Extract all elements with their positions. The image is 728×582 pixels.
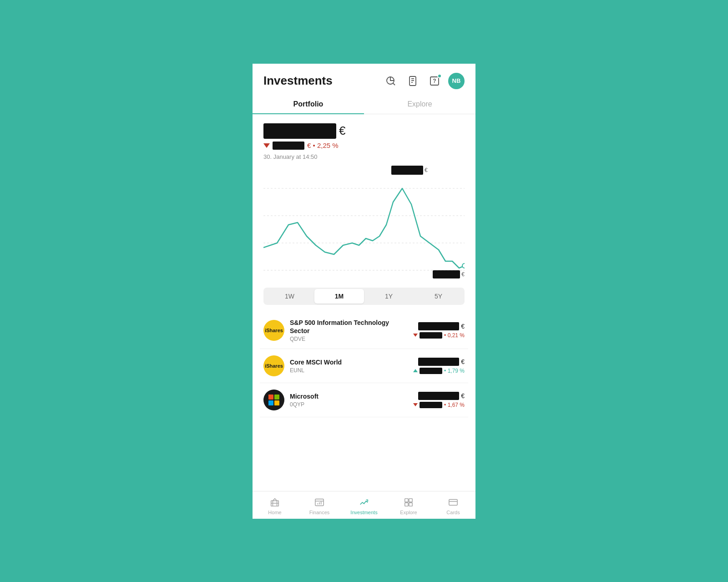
notification-dot <box>437 74 442 78</box>
amount-redacted-1 <box>418 322 459 330</box>
change-redacted-3 <box>420 402 442 408</box>
svg-rect-24 <box>449 499 457 505</box>
nav-investments-label: Investments <box>350 510 377 515</box>
amount-currency-3: € <box>461 392 465 400</box>
holding-value-1: € • 0,21 % <box>413 322 465 339</box>
svg-rect-22 <box>405 502 408 506</box>
holding-logo-ishares-2: iShares <box>263 355 284 376</box>
svg-text:?: ? <box>433 78 436 84</box>
chart-icon-button[interactable] <box>383 73 399 89</box>
portfolio-main-value: € <box>263 123 465 139</box>
holding-info-1: S&P 500 Information Technology Sector QD… <box>290 319 408 342</box>
timestamp: 30. January at 14:50 <box>263 153 465 160</box>
change-value-redacted <box>273 142 304 150</box>
holding-logo-microsoft <box>263 390 284 410</box>
holding-logo-ishares-1: iShares <box>263 320 284 341</box>
holding-name-1: S&P 500 Information Technology Sector <box>290 319 408 335</box>
holding-value-3: € • 1,67 % <box>413 392 465 408</box>
holding-name-2: Core MSCI World <box>290 358 408 366</box>
time-period-selector: 1W 1M 1Y 5Y <box>263 288 465 305</box>
svg-rect-20 <box>405 498 408 501</box>
holding-change-2: • 1,79 % <box>413 368 465 374</box>
ishares-label-2: iShares <box>265 363 283 369</box>
down-triangle-icon <box>263 143 270 148</box>
amount-currency-2: € <box>461 358 465 365</box>
holding-ticker-2: EUNL <box>290 367 408 374</box>
amount-redacted-3 <box>418 392 459 400</box>
app-container: Investments ? <box>253 64 475 519</box>
time-btn-1y[interactable]: 1Y <box>364 289 414 304</box>
change-redacted-1 <box>420 332 442 339</box>
time-btn-1m[interactable]: 1M <box>314 289 364 304</box>
ishares-label: iShares <box>265 328 283 333</box>
holding-item[interactable]: iShares Core MSCI World EUNL € • 1,79 % <box>260 349 468 383</box>
change-pct-1: • 0,21 % <box>444 332 465 339</box>
svg-rect-21 <box>409 498 412 501</box>
holding-amount-2: € <box>413 358 465 366</box>
portfolio-change: € • 2,25 % <box>263 142 465 150</box>
cards-icon <box>448 497 459 508</box>
nav-finances[interactable]: Finances <box>297 495 342 517</box>
svg-rect-0 <box>410 76 416 86</box>
nav-cards-label: Cards <box>446 510 460 515</box>
chart-tooltip-bottom: € <box>433 270 465 278</box>
chart-tooltip-currency: € <box>425 167 428 173</box>
svg-rect-23 <box>409 502 412 506</box>
home-icon <box>269 497 280 508</box>
amount-currency-1: € <box>461 323 465 330</box>
nav-finances-label: Finances <box>309 510 330 515</box>
holding-amount-1: € <box>413 322 465 330</box>
holding-value-2: € • 1,79 % <box>413 358 465 374</box>
svg-point-10 <box>462 263 465 268</box>
nav-explore[interactable]: Explore <box>386 495 431 517</box>
content-area: € € • 2,25 % 30. January at 14:50 € <box>253 114 475 491</box>
down-icon-1 <box>413 334 418 337</box>
chart-tooltip-value <box>391 166 423 175</box>
down-icon-3 <box>413 403 418 406</box>
bottom-nav: Home Finances Investments <box>253 491 475 519</box>
holding-info-3: Microsoft 0QYP <box>290 392 408 408</box>
tabs: Portfolio Explore <box>253 95 475 114</box>
explore-icon <box>403 497 414 508</box>
holding-item[interactable]: Microsoft 0QYP € • 1,67 % <box>260 383 468 417</box>
holding-ticker-1: QDVE <box>290 336 408 342</box>
nav-home[interactable]: Home <box>253 495 297 517</box>
chart-tooltip-bottom-currency: € <box>461 271 465 278</box>
portfolio-chart <box>263 166 465 284</box>
tab-portfolio[interactable]: Portfolio <box>253 95 364 114</box>
help-icon-button[interactable]: ? <box>426 73 443 89</box>
header: Investments ? <box>253 64 475 95</box>
currency-symbol: € <box>339 124 345 138</box>
up-icon-2 <box>413 369 418 372</box>
chart-container: € € <box>253 166 475 284</box>
microsoft-logo <box>268 395 279 405</box>
holding-ticker-3: 0QYP <box>290 401 408 408</box>
nav-investments[interactable]: Investments <box>342 495 386 517</box>
finances-icon <box>314 497 325 508</box>
amount-redacted-2 <box>418 358 459 366</box>
holding-change-1: • 0,21 % <box>413 332 465 339</box>
nav-cards[interactable]: Cards <box>431 495 475 517</box>
tab-explore[interactable]: Explore <box>364 95 475 114</box>
time-btn-5y[interactable]: 5Y <box>414 289 463 304</box>
nav-home-label: Home <box>268 510 281 515</box>
chart-tooltip-top: € <box>391 166 428 175</box>
change-pct-3: • 1,67 % <box>444 402 465 408</box>
nav-explore-label: Explore <box>400 510 417 515</box>
time-btn-1w[interactable]: 1W <box>265 289 314 304</box>
document-icon-button[interactable] <box>404 73 421 89</box>
holding-change-3: • 1,67 % <box>413 402 465 408</box>
holding-name-3: Microsoft <box>290 392 408 400</box>
change-pct-2: • 1,79 % <box>444 368 465 374</box>
page-title: Investments <box>263 74 333 88</box>
avatar[interactable]: NB <box>448 73 465 89</box>
investments-icon <box>359 497 369 508</box>
change-percent: € • 2,25 % <box>307 142 339 149</box>
portfolio-value-redacted <box>263 123 336 139</box>
holding-item[interactable]: iShares S&P 500 Information Technology S… <box>260 312 468 349</box>
header-icons: ? NB <box>383 73 465 89</box>
holdings-list: iShares S&P 500 Information Technology S… <box>253 312 475 417</box>
change-redacted-2 <box>420 368 442 374</box>
holding-amount-3: € <box>413 392 465 400</box>
portfolio-value-section: € € • 2,25 % 30. January at 14:50 <box>253 114 475 166</box>
